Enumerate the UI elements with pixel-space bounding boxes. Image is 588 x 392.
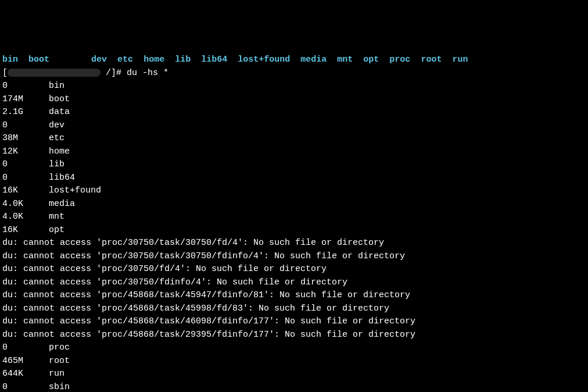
- command-text: du -hs *: [127, 68, 168, 78]
- du-row: 644Krun: [2, 368, 586, 381]
- du-size: 16K: [2, 184, 49, 198]
- du-row: 4.0Kmedia: [2, 198, 586, 211]
- du-row: 0bin: [2, 80, 586, 93]
- du-row: 4.0Kmnt: [2, 211, 586, 224]
- du-row: 16Kopt: [2, 224, 586, 237]
- du-error-line: du: cannot access 'proc/30750/fdinfo/4':…: [2, 276, 586, 290]
- du-error-line: du: cannot access 'proc/30750/fd/4': No …: [2, 263, 586, 276]
- du-output-block: 0bin174Mboot2.1Gdata0dev38Metc12Khome0li…: [2, 80, 586, 392]
- du-size: 12K: [2, 145, 49, 159]
- du-name: root: [49, 355, 70, 368]
- du-name: mnt: [49, 211, 64, 224]
- du-row: 174Mboot: [2, 93, 586, 106]
- du-error-line: du: cannot access 'proc/30750/task/30750…: [2, 237, 586, 250]
- du-row: 0sbin: [2, 381, 586, 393]
- du-row: 465Mroot: [2, 355, 586, 368]
- terminal-output[interactable]: bin boot dev etc home lib lib64 lost+fou…: [2, 54, 586, 392]
- du-row: 0dev: [2, 119, 586, 133]
- du-name: lost+found: [49, 184, 101, 198]
- ls-color-partial-line: bin boot dev etc home lib lib64 lost+fou…: [2, 54, 586, 67]
- du-name: boot: [49, 93, 70, 106]
- du-size: 0: [2, 381, 49, 393]
- du-error-line: du: cannot access 'proc/45868/task/29395…: [2, 329, 586, 342]
- du-row: 0lib: [2, 158, 586, 172]
- du-row: 0lib64: [2, 172, 586, 185]
- du-error-line: du: cannot access 'proc/30750/task/30750…: [2, 250, 586, 263]
- du-row: 2.1Gdata: [2, 106, 586, 119]
- du-name: etc: [49, 132, 64, 145]
- du-size: 0: [2, 119, 49, 133]
- du-error-line: du: cannot access 'proc/45868/task/45947…: [2, 289, 586, 302]
- du-name: sbin: [49, 381, 70, 393]
- du-error-line: du: cannot access 'proc/45868/task/46098…: [2, 315, 586, 329]
- du-name: bin: [49, 80, 64, 93]
- du-row: 12Khome: [2, 145, 586, 159]
- du-size: 0: [2, 158, 49, 172]
- du-size: 0: [2, 172, 49, 185]
- du-size: 465M: [2, 355, 49, 368]
- du-name: lib: [49, 158, 64, 172]
- du-name: opt: [49, 224, 64, 237]
- redacted-hostname: [8, 69, 101, 77]
- du-row: 0proc: [2, 341, 586, 355]
- du-size: 644K: [2, 368, 49, 381]
- du-size: 4.0K: [2, 198, 49, 211]
- du-name: data: [49, 106, 70, 119]
- du-size: 0: [2, 341, 49, 355]
- du-name: dev: [49, 119, 64, 133]
- du-error-line: du: cannot access 'proc/45868/task/45998…: [2, 302, 586, 316]
- du-size: 38M: [2, 132, 49, 145]
- du-row: 16Klost+found: [2, 184, 586, 198]
- du-row: 38Metc: [2, 132, 586, 145]
- du-name: media: [49, 198, 75, 211]
- du-size: 174M: [2, 93, 49, 106]
- du-name: proc: [49, 341, 70, 355]
- du-name: home: [49, 145, 70, 159]
- du-name: lib64: [49, 172, 75, 185]
- du-size: 4.0K: [2, 211, 49, 224]
- du-size: 16K: [2, 224, 49, 237]
- du-size: 0: [2, 80, 49, 93]
- du-size: 2.1G: [2, 106, 49, 119]
- du-name: run: [49, 368, 64, 381]
- prompt-line: [ /]# du -hs *: [2, 67, 586, 80]
